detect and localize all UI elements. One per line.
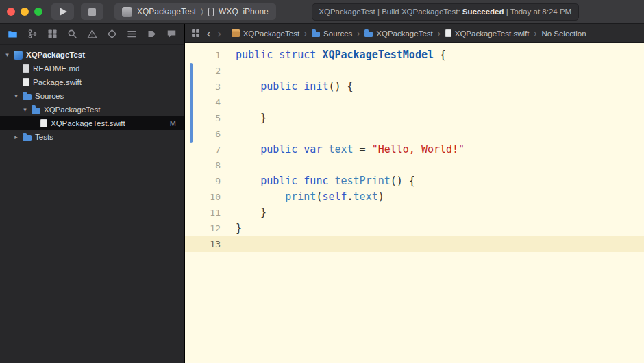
test-navigator-button[interactable] (102, 25, 122, 43)
debug-navigator-icon (127, 29, 137, 39)
find-navigator-button[interactable] (62, 25, 82, 43)
breadcrumb-separator: › (534, 29, 536, 38)
line-number[interactable]: 13 (185, 236, 221, 252)
code-line[interactable]: 6 (185, 126, 644, 142)
sidebar-item-xqpackagetest[interactable]: ▾XQPackageTest (0, 48, 184, 62)
line-number[interactable]: 12 (185, 221, 221, 236)
close-button[interactable] (7, 8, 15, 16)
code-line[interactable]: 4 (185, 95, 644, 110)
project-navigator-button[interactable] (3, 25, 23, 43)
folder-icon (364, 32, 373, 37)
xcode-window: XQPackageTest 〉 WXQ_iPhone XQPackageTest… (0, 0, 644, 363)
forward-button[interactable]: › (217, 27, 222, 40)
project-navigator-tree: ▾XQPackageTestREADME.mdPackage.swift▾Sou… (0, 45, 184, 144)
sidebar-item-sources[interactable]: ▾Sources (0, 89, 184, 103)
breadcrumb-item-5[interactable]: No Selection (541, 29, 586, 38)
breadcrumb-item-1[interactable]: XQPackageTest (232, 29, 299, 38)
jump-bar: ‹ › XQPackageTest›Sources›XQPackageTest›… (185, 24, 644, 43)
back-button[interactable]: ‹ (206, 27, 211, 40)
sidebar-item-package-swift[interactable]: Package.swift (0, 75, 184, 89)
code-text: public struct XQPackageTestModel { (236, 47, 446, 63)
sidebar-item-readme-md[interactable]: README.md (0, 62, 184, 75)
swift-file-icon (40, 119, 47, 127)
run-button[interactable] (51, 3, 74, 20)
status-text-pre: XQPackageTest | Build XQPackageTest: (319, 8, 462, 16)
breadcrumb-label: Sources (323, 29, 352, 38)
debug-navigator-button[interactable] (122, 25, 142, 43)
symbol-navigator-button[interactable] (42, 25, 62, 43)
code-text: print(self.text) (236, 189, 384, 205)
navigator-sidebar: ▾XQPackageTestREADME.mdPackage.swift▾Sou… (0, 24, 185, 363)
navigator-selector-bar (0, 24, 184, 45)
code-text: } (236, 221, 242, 236)
file-label: README.md (33, 64, 79, 73)
scheme-target-icon (122, 7, 132, 17)
code-line[interactable]: 3 public init() { (185, 79, 644, 95)
line-number[interactable]: 9 (185, 173, 221, 189)
line-number[interactable]: 11 (185, 205, 221, 221)
test-navigator-icon (107, 29, 117, 39)
doc-file-icon (23, 64, 29, 73)
disclosure-triangle[interactable]: ▾ (22, 106, 28, 113)
breadcrumb-label: XQPackageTest (376, 29, 432, 38)
file-label: Package.swift (33, 78, 82, 86)
sidebar-item-xqpackagetest-swift[interactable]: XQPackageTest.swiftM (0, 116, 184, 130)
code-line[interactable]: 8 (185, 158, 644, 173)
report-navigator-icon (166, 29, 177, 39)
iphone-device-icon (208, 8, 214, 16)
disclosure-triangle[interactable]: ▾ (4, 51, 10, 58)
line-number[interactable]: 1 (185, 47, 221, 63)
minimize-button[interactable] (21, 8, 29, 16)
code-line[interactable]: 12} (185, 221, 644, 236)
scheme-name: XQPackageTest (137, 7, 196, 16)
breakpoint-navigator-button[interactable] (142, 25, 162, 43)
breadcrumb-label: XQPackageTest (243, 29, 299, 38)
related-items-button[interactable] (191, 29, 200, 38)
breadcrumb-label: No Selection (541, 29, 586, 38)
breadcrumb-label: XQPackageTest.swift (455, 29, 530, 38)
zoom-button[interactable] (34, 8, 42, 16)
breadcrumb-item-2[interactable]: Sources (312, 29, 352, 38)
sidebar-item-xqpackagetest[interactable]: ▾XQPackageTest (0, 103, 184, 116)
code-line[interactable]: 2 (185, 63, 644, 79)
issue-navigator-button[interactable] (82, 25, 102, 43)
disclosure-triangle[interactable]: ▸ (13, 134, 19, 140)
source-control-change-bar (190, 63, 193, 143)
activity-viewer: XQPackageTest | Build XQPackageTest: Suc… (312, 3, 579, 21)
folder-icon (312, 32, 320, 37)
device-name: WXQ_iPhone (219, 7, 269, 16)
package-icon (232, 29, 240, 37)
line-number[interactable]: 7 (185, 142, 221, 158)
code-line[interactable]: 11 } (185, 205, 644, 221)
breadcrumb-separator: › (438, 29, 441, 38)
issue-navigator-icon (87, 29, 97, 39)
stop-button[interactable] (81, 3, 103, 20)
code-line[interactable]: 1public struct XQPackageTestModel { (185, 47, 644, 63)
scheme-selector[interactable]: XQPackageTest 〉 WXQ_iPhone (114, 3, 276, 20)
code-text: public init() { (236, 79, 354, 95)
disclosure-triangle[interactable]: ▾ (13, 92, 19, 99)
related-items-grid-icon (191, 29, 200, 38)
report-navigator-button[interactable] (162, 25, 182, 43)
breadcrumb-item-3[interactable]: XQPackageTest (364, 29, 432, 38)
find-navigator-icon (67, 29, 77, 39)
line-number[interactable]: 8 (185, 158, 221, 173)
breadcrumb-separator: › (304, 29, 307, 38)
breadcrumb-item-4[interactable]: XQPackageTest.swift (445, 29, 530, 38)
sidebar-item-tests[interactable]: ▸Tests (0, 130, 184, 144)
code-line[interactable]: 9 public func testPrint() { (185, 173, 644, 189)
code-line[interactable]: 13 (185, 236, 644, 252)
source-editor[interactable]: 1public struct XQPackageTestModel {23 pu… (185, 43, 644, 363)
code-line[interactable]: 5 } (185, 110, 644, 126)
project-navigator-icon (8, 29, 18, 39)
code-text: } (236, 205, 267, 221)
code-line[interactable]: 7 public var text = "Hello, World!" (185, 142, 644, 158)
source-control-navigator-button[interactable] (23, 25, 42, 43)
play-icon (60, 8, 67, 16)
symbol-navigator-icon (47, 29, 58, 39)
code-text: } (236, 110, 267, 126)
project-file-icon (14, 51, 23, 60)
code-line[interactable]: 10 print(self.text) (185, 189, 644, 205)
toolbar: XQPackageTest 〉 WXQ_iPhone XQPackageTest… (0, 0, 644, 24)
line-number[interactable]: 10 (185, 189, 221, 205)
